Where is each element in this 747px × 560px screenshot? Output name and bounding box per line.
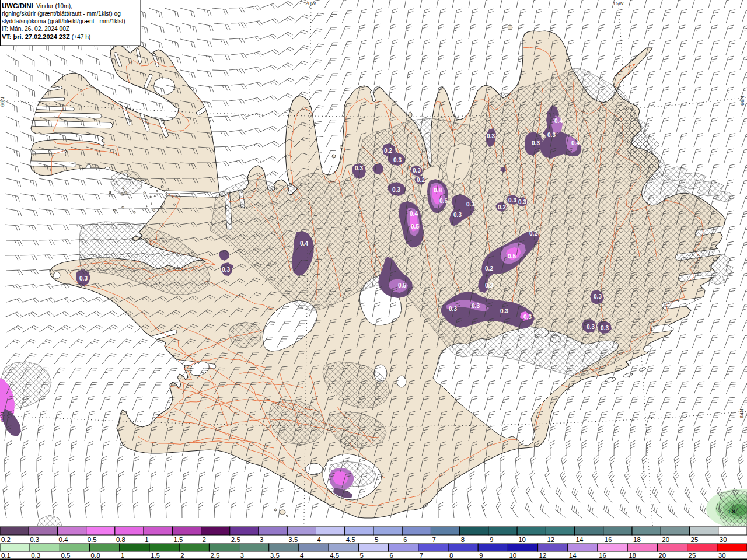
svg-text:0.3: 0.3	[355, 165, 363, 172]
svg-text:1.5: 1.5	[173, 536, 183, 543]
svg-text:2.5: 2.5	[210, 552, 219, 559]
svg-text:0.3: 0.3	[523, 314, 532, 320]
svg-text:2: 2	[180, 552, 184, 559]
svg-text:0.6: 0.6	[439, 198, 448, 204]
svg-text:7: 7	[420, 552, 423, 559]
svg-text:0.5: 0.5	[508, 253, 516, 260]
svg-text:0.3: 0.3	[472, 303, 480, 309]
svg-text:0.4: 0.4	[300, 240, 308, 247]
svg-text:0.3: 0.3	[30, 536, 39, 543]
svg-text:IT: Mán. 26. 02. 2024 00Z: IT: Mán. 26. 02. 2024 00Z	[2, 26, 69, 32]
svg-text:0.3: 0.3	[547, 132, 556, 138]
svg-text:0.5: 0.5	[61, 552, 70, 559]
svg-text:0.1: 0.1	[1, 552, 11, 559]
svg-text:3: 3	[260, 536, 263, 543]
svg-text:0.2: 0.2	[485, 265, 493, 272]
svg-text:64N: 64N	[739, 408, 745, 418]
svg-text:0.3: 0.3	[453, 212, 462, 218]
svg-text:0.3: 0.3	[31, 552, 40, 559]
svg-text:9: 9	[479, 552, 483, 559]
svg-text:8: 8	[449, 552, 453, 559]
svg-text:1.5: 1.5	[151, 552, 160, 559]
svg-text:0.3: 0.3	[79, 275, 88, 282]
svg-text:4: 4	[317, 536, 322, 543]
svg-text:0.4: 0.4	[410, 211, 418, 217]
svg-text:0.2: 0.2	[1, 536, 11, 543]
svg-text:0.4: 0.4	[571, 140, 580, 146]
svg-text:20: 20	[662, 536, 669, 543]
svg-text:1: 1	[145, 536, 148, 543]
svg-text:15W: 15W	[613, 1, 624, 6]
svg-text:64N: 64N	[0, 412, 5, 422]
svg-text:12: 12	[547, 536, 554, 543]
svg-text:2: 2	[203, 536, 206, 543]
svg-text:1: 1	[121, 552, 124, 559]
svg-text:0.2: 0.2	[498, 204, 506, 211]
svg-text:0.3: 0.3	[601, 325, 609, 331]
svg-text:20W: 20W	[305, 1, 316, 6]
svg-text:0.3: 0.3	[393, 157, 402, 163]
svg-text:7: 7	[432, 536, 436, 543]
svg-text:6: 6	[403, 536, 407, 543]
svg-text:0.3: 0.3	[594, 293, 602, 300]
svg-text:9: 9	[490, 536, 493, 543]
svg-text:0.3: 0.3	[449, 306, 457, 312]
svg-text:0.8: 0.8	[434, 187, 442, 194]
svg-text:0.3: 0.3	[587, 324, 595, 330]
svg-text:0.3: 0.3	[413, 167, 421, 174]
svg-text:66N: 66N	[739, 96, 745, 106]
svg-text:4.5: 4.5	[346, 536, 355, 543]
svg-text:18: 18	[629, 552, 636, 559]
svg-text:18: 18	[633, 536, 641, 543]
svg-text:14: 14	[576, 536, 584, 543]
svg-text:16: 16	[605, 536, 612, 543]
svg-text:0.3: 0.3	[518, 199, 526, 205]
svg-text:30: 30	[718, 552, 726, 559]
svg-text:0.3: 0.3	[508, 197, 516, 204]
svg-text:0.8: 0.8	[91, 552, 100, 559]
svg-text:3.5: 3.5	[288, 536, 298, 543]
svg-text:4.5: 4.5	[330, 552, 339, 559]
svg-text:0.2: 0.2	[529, 230, 537, 237]
svg-text:0.3: 0.3	[500, 308, 508, 314]
svg-text:0.5: 0.5	[411, 223, 419, 230]
svg-text:6: 6	[390, 552, 393, 559]
svg-text:66N: 66N	[0, 97, 5, 107]
svg-text:0.3: 0.3	[532, 140, 540, 146]
svg-text:16: 16	[599, 552, 606, 559]
svg-text:slydda/snjókoma (grátt/bleikt/: slydda/snjókoma (grátt/bleikt/grænt - mm…	[2, 18, 125, 24]
svg-text:8: 8	[461, 536, 465, 543]
svg-text:0.3: 0.3	[487, 133, 495, 139]
svg-text:4: 4	[300, 552, 304, 559]
svg-text:0.4: 0.4	[554, 118, 563, 124]
svg-text:0.2: 0.2	[384, 148, 392, 154]
svg-text:0.3: 0.3	[222, 267, 230, 273]
svg-text:0.8: 0.8	[116, 536, 125, 543]
svg-text:rigning/skúrir (grænt/blátt/ra: rigning/skúrir (grænt/blátt/rautt - mm/1…	[2, 10, 121, 17]
svg-text:12: 12	[539, 552, 547, 559]
svg-text:0.2: 0.2	[417, 177, 425, 183]
svg-text:2.5: 2.5	[231, 536, 240, 543]
svg-text:5: 5	[359, 552, 363, 559]
svg-text:VT: þri. 27.02.2024 23Z (+47 h: VT: þri. 27.02.2024 23Z (+47 h)	[2, 33, 90, 40]
svg-text:30: 30	[720, 536, 727, 543]
svg-text:0.3: 0.3	[392, 187, 400, 193]
svg-text:0.5: 0.5	[88, 536, 97, 543]
svg-text:5: 5	[375, 536, 378, 543]
svg-text:0.5: 0.5	[398, 282, 406, 289]
svg-text:25: 25	[689, 552, 696, 559]
svg-text:0.4: 0.4	[59, 536, 69, 543]
svg-text:10: 10	[509, 552, 516, 559]
svg-text:0.3: 0.3	[466, 201, 474, 208]
svg-text:25: 25	[691, 536, 699, 543]
svg-text:10: 10	[518, 536, 526, 543]
svg-text:1.8: 1.8	[728, 509, 735, 514]
svg-text:14: 14	[569, 552, 577, 559]
svg-text:20: 20	[658, 552, 666, 559]
svg-text:3: 3	[240, 552, 244, 559]
svg-text:0.3: 0.3	[485, 282, 493, 289]
svg-text:3.5: 3.5	[270, 552, 280, 559]
svg-text:UWC/DINI: Vindur (10m),: UWC/DINI: Vindur (10m),	[2, 2, 72, 9]
